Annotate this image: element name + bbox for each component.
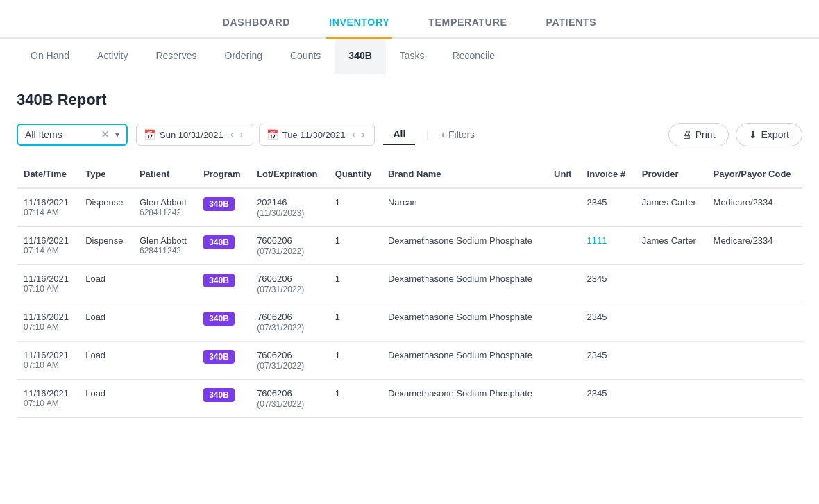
col-header-lot-expiration: Lot/Expiration	[250, 160, 328, 188]
start-date-value: Sun 10/31/2021	[160, 130, 223, 140]
cell-provider: James Carter	[635, 227, 707, 265]
top-nav-item-temperature[interactable]: TEMPERATURE	[425, 11, 509, 37]
cell-unit	[547, 188, 580, 227]
calendar-icon-end: 📅	[267, 129, 278, 140]
cell-program: 340B	[196, 303, 250, 342]
calendar-icon: 📅	[144, 129, 155, 140]
clear-filter-button[interactable]: ✕	[101, 129, 110, 140]
end-date-nav: ‹ ›	[349, 128, 367, 141]
cell-program: 340B	[196, 265, 250, 303]
cell-patient	[133, 303, 196, 342]
col-header-unit: Unit	[547, 160, 580, 188]
cell-invoice: 2345	[580, 380, 635, 418]
cell-patient	[133, 342, 196, 380]
end-date-value: Tue 11/30/2021	[282, 130, 346, 140]
sub-nav-item-tasks[interactable]: Tasks	[386, 39, 439, 74]
cell-patient	[133, 380, 196, 418]
cell-unit	[547, 265, 580, 303]
col-header-provider: Provider	[635, 160, 707, 188]
sub-nav-item-counts[interactable]: Counts	[276, 39, 335, 74]
page-title: 340B Report	[17, 91, 802, 109]
cell-patient: Glen Abbott628411242	[133, 227, 196, 265]
cell-type: Dispense	[78, 188, 133, 227]
cell-lot: 7606206(07/31/2022)	[250, 227, 328, 265]
cell-quantity: 1	[328, 188, 381, 227]
cell-brand-name: Narcan	[381, 188, 547, 227]
end-date-next-button[interactable]: ›	[359, 128, 367, 141]
cell-unit	[547, 342, 580, 380]
print-label: Print	[695, 129, 716, 140]
plus-filters-button[interactable]: + Filters	[440, 129, 475, 140]
report-table: Date/TimeTypePatientProgramLot/Expiratio…	[17, 160, 802, 418]
cell-datetime: 11/16/202107:10 AM	[17, 303, 78, 342]
cell-program: 340B	[196, 188, 250, 227]
end-date-prev-button[interactable]: ‹	[349, 128, 357, 141]
cell-payor	[707, 303, 802, 342]
cell-datetime: 11/16/202107:10 AM	[17, 265, 78, 303]
cell-unit	[547, 227, 580, 265]
sub-nav-item-reserves[interactable]: Reserves	[142, 39, 210, 74]
sub-nav-item-activity[interactable]: Activity	[83, 39, 142, 74]
filter-dropdown-arrow-icon[interactable]: ▾	[115, 130, 119, 140]
cell-type: Load	[78, 265, 133, 303]
report-table-container: Date/TimeTypePatientProgramLot/Expiratio…	[17, 160, 802, 418]
start-date-prev-button[interactable]: ‹	[228, 128, 236, 141]
cell-brand-name: Dexamethasone Sodium Phosphate	[381, 265, 547, 303]
cell-invoice: 2345	[580, 303, 635, 342]
col-header-patient: Patient	[133, 160, 196, 188]
cell-provider	[635, 265, 707, 303]
cell-lot: 7606206(07/31/2022)	[250, 380, 328, 418]
cell-payor: Medicare/2334	[707, 188, 802, 227]
cell-quantity: 1	[328, 227, 381, 265]
cell-brand-name: Dexamethasone Sodium Phosphate	[381, 380, 547, 418]
cell-type: Dispense	[78, 227, 133, 265]
start-date-input[interactable]: 📅 Sun 10/31/2021 ‹ ›	[136, 124, 253, 146]
sub-nav-item-on-hand[interactable]: On Hand	[17, 39, 83, 74]
plus-filters-label: + Filters	[440, 129, 475, 140]
cell-lot: 7606206(07/31/2022)	[250, 265, 328, 303]
start-date-nav: ‹ ›	[228, 128, 246, 141]
filters-row: All Items ✕ ▾ 📅 Sun 10/31/2021 ‹ › 📅 Tue…	[17, 123, 802, 146]
page-content: 340B Report All Items ✕ ▾ 📅 Sun 10/31/20…	[0, 74, 819, 418]
top-nav-item-inventory[interactable]: INVENTORY	[326, 11, 392, 37]
table-row: 11/16/202107:10 AMLoad340B7606206(07/31/…	[17, 265, 802, 303]
table-row: 11/16/202107:10 AMLoad340B7606206(07/31/…	[17, 380, 802, 418]
cell-type: Load	[78, 303, 133, 342]
start-date-next-button[interactable]: ›	[237, 128, 246, 141]
print-button[interactable]: 🖨 Print	[668, 123, 729, 146]
table-body: 11/16/202107:14 AMDispenseGlen Abbott628…	[17, 188, 802, 418]
cell-provider	[635, 303, 707, 342]
top-nav-item-dashboard[interactable]: DASHBOARD	[220, 11, 293, 37]
cell-datetime: 11/16/202107:10 AM	[17, 380, 78, 418]
cell-invoice[interactable]: 1111	[580, 227, 635, 265]
table-row: 11/16/202107:14 AMDispenseGlen Abbott628…	[17, 227, 802, 265]
export-button[interactable]: ⬇ Export	[736, 123, 802, 146]
sub-nav-item-ordering[interactable]: Ordering	[211, 39, 276, 74]
cell-unit	[547, 303, 580, 342]
col-header-invoice--: Invoice #	[580, 160, 635, 188]
cell-quantity: 1	[328, 342, 381, 380]
items-filter-dropdown[interactable]: All Items ✕ ▾	[17, 124, 128, 146]
cell-quantity: 1	[328, 380, 381, 418]
end-date-input[interactable]: 📅 Tue 11/30/2021 ‹ ›	[259, 124, 375, 146]
header-row: Date/TimeTypePatientProgramLot/Expiratio…	[17, 160, 802, 188]
cell-lot: 7606206(07/31/2022)	[250, 342, 328, 380]
cell-payor	[707, 265, 802, 303]
print-icon: 🖨	[682, 129, 691, 140]
all-filter-button[interactable]: All	[383, 124, 415, 145]
cell-datetime: 11/16/202107:14 AM	[17, 227, 78, 265]
col-header-date-time: Date/Time	[17, 160, 78, 188]
top-nav-item-patients[interactable]: PATIENTS	[543, 11, 600, 37]
cell-payor: Medicare/2334	[707, 227, 802, 265]
col-header-brand-name: Brand Name	[381, 160, 547, 188]
action-buttons: 🖨 Print ⬇ Export	[668, 123, 802, 146]
date-range-filter: 📅 Sun 10/31/2021 ‹ › 📅 Tue 11/30/2021 ‹ …	[136, 124, 375, 146]
col-header-type: Type	[78, 160, 133, 188]
export-label: Export	[761, 129, 789, 140]
table-row: 11/16/202107:14 AMDispenseGlen Abbott628…	[17, 188, 802, 227]
sub-nav-item-reconcile[interactable]: Reconcile	[439, 39, 509, 74]
sub-navigation: On HandActivityReservesOrderingCounts340…	[0, 39, 819, 74]
cell-provider	[635, 342, 707, 380]
cell-brand-name: Dexamethasone Sodium Phosphate	[381, 303, 547, 342]
sub-nav-item-340b[interactable]: 340B	[335, 39, 385, 74]
